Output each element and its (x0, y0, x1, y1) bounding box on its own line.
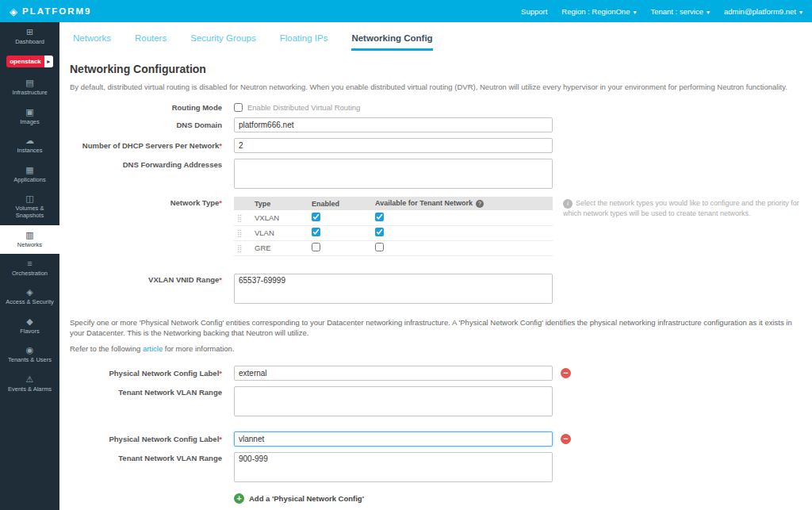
vxlan-range-textarea[interactable]: 65537-69999 (234, 274, 553, 304)
sidebar-item-access-security[interactable]: ◈ Access & Security (0, 282, 59, 311)
add-physical-config-label: Add a 'Physical Network Config' (249, 494, 364, 503)
network-type-label: Network Type* (70, 197, 234, 207)
gre-available-checkbox[interactable] (375, 243, 384, 251)
sidebar-item-label: Infrastructure (12, 89, 47, 96)
dns-forwarding-label: DNS Forwarding Addresses (70, 159, 234, 169)
sidebar-item-label: Images (20, 118, 40, 125)
sidebar-item-label: Tenants & Users (8, 356, 52, 363)
openstack-badge: openstack ▸ (6, 56, 53, 67)
user-label: admin@platform9.net (724, 7, 796, 16)
security-icon: ◈ (26, 287, 33, 297)
physical-config-2-range-textarea[interactable]: 900-999 (234, 452, 553, 482)
dns-domain-input[interactable] (234, 117, 553, 132)
sidebar-item-flavors[interactable]: ◆ Flavors (0, 312, 59, 340)
sidebar-item-images[interactable]: ▣ Images (0, 102, 59, 131)
physical-config-label: Physical Network Config Label* (70, 435, 234, 443)
add-physical-config-button[interactable]: + Add a 'Physical Network Config' (234, 493, 801, 504)
users-icon: ◉ (26, 345, 34, 355)
top-bar: ◈ PLATFORM9 Support Region : RegionOne▾ … (0, 0, 812, 22)
network-type-name: VXLAN (251, 210, 308, 225)
brand: ◈ PLATFORM9 (10, 6, 91, 17)
dvr-checkbox[interactable] (234, 103, 243, 112)
article-link[interactable]: article (143, 344, 163, 353)
dvr-checkbox-label: Enable Distributed Virtual Routing (247, 103, 360, 112)
sidebar-item-dashboard[interactable]: ⊞ Dashboard (0, 22, 59, 51)
network-type-row: Network Type* Type Enabled Available for… (70, 197, 801, 256)
sidebar-item-infrastructure[interactable]: ▤ Infrastructure (0, 73, 59, 102)
region-menu[interactable]: Region : RegionOne▾ (561, 7, 636, 16)
network-type-hint: iSelect the network types you would like… (563, 197, 801, 219)
main-content: Networks Routers Security Groups Floatin… (59, 22, 812, 510)
network-type-row-gre: ⣿ GRE (234, 240, 553, 255)
sidebar-item-instances[interactable]: ☁ Instances (0, 131, 59, 159)
drag-handle-icon[interactable]: ⣿ (237, 214, 243, 222)
physical-config-intro: Specify one or more 'Physical Network Co… (70, 317, 801, 339)
enabled-column-header: Enabled (308, 197, 372, 210)
tab-security-groups[interactable]: Security Groups (190, 33, 255, 51)
networking-config-form: Routing Mode Enable Distributed Virtual … (70, 103, 801, 510)
support-link[interactable]: Support (521, 7, 547, 16)
sidebar-item-label: Volumes & Snapshots (2, 205, 57, 220)
tenant-menu[interactable]: Tenant : service▾ (650, 7, 710, 16)
caret-down-icon: ▾ (707, 9, 710, 16)
tab-floating-ips[interactable]: Floating IPs (280, 33, 328, 51)
vlan-available-checkbox[interactable] (375, 228, 384, 236)
tenant-label: Tenant : service (650, 7, 703, 16)
sidebar-item-events-alarms[interactable]: ⚠ Events & Alarms (0, 370, 59, 398)
available-column-header: Available for Tenant Network? (372, 197, 553, 210)
gre-enabled-checkbox[interactable] (312, 243, 320, 251)
physical-config-label: Physical Network Config Label* (70, 369, 234, 378)
drag-handle-icon[interactable]: ⣿ (237, 229, 243, 237)
vxlan-available-checkbox[interactable] (375, 213, 384, 221)
tab-networking-config[interactable]: Networking Config (351, 33, 432, 51)
sidebar-item-orchestration[interactable]: ≡ Orchestration (0, 254, 59, 282)
remove-config-button[interactable]: − (561, 434, 571, 444)
required-mark: * (219, 435, 222, 443)
dhcp-servers-input[interactable] (234, 138, 553, 153)
question-mark-icon[interactable]: ? (476, 200, 484, 208)
sidebar-item-volumes-snapshots[interactable]: ◫ Volumes & Snapshots (0, 189, 59, 225)
handle-column-header (234, 197, 251, 210)
vxlan-enabled-checkbox[interactable] (312, 213, 320, 221)
sidebar-item-label: Dashboard (15, 38, 44, 45)
sidebar-item-networks[interactable]: ▥ Networks (0, 225, 59, 254)
orchestration-icon: ≡ (27, 259, 32, 268)
chevron-right-icon: ▸ (44, 56, 53, 67)
sidebar-item-label: Flavors (20, 328, 40, 335)
physical-config-1-input[interactable] (234, 366, 553, 381)
sidebar-item-applications[interactable]: ▦ Applications (0, 160, 59, 189)
alarms-icon: ⚠ (26, 374, 34, 384)
dashboard-icon: ⊞ (26, 27, 33, 36)
instances-icon: ☁ (25, 136, 34, 145)
network-type-name: VLAN (251, 225, 308, 240)
routing-mode-row: Routing Mode Enable Distributed Virtual … (70, 103, 801, 112)
remove-config-button[interactable]: − (561, 368, 571, 378)
sidebar-item-label: Networks (17, 241, 42, 248)
dhcp-servers-label: Number of DHCP Servers Per Network* (70, 141, 234, 150)
vxlan-range-label: VXLAN VNID Range* (70, 274, 234, 284)
sidebar-item-openstack[interactable]: openstack ▸ (0, 51, 59, 73)
user-menu[interactable]: admin@platform9.net▾ (724, 7, 802, 16)
dns-domain-row: DNS Domain (70, 117, 801, 132)
tab-networks[interactable]: Networks (73, 33, 111, 51)
drag-handle-icon[interactable]: ⣿ (237, 244, 243, 252)
network-type-row-vxlan: ⣿ VXLAN (234, 210, 553, 225)
sidebar-item-tenants-users[interactable]: ◉ Tenants & Users (0, 340, 59, 369)
dns-forwarding-row: DNS Forwarding Addresses (70, 159, 801, 189)
physical-config-refer: Refer to the following article for more … (70, 344, 801, 353)
vlan-enabled-checkbox[interactable] (312, 228, 320, 236)
openstack-label: openstack (6, 58, 44, 65)
physical-config-2-input[interactable] (234, 431, 553, 447)
required-mark: * (219, 198, 222, 207)
dns-forwarding-textarea[interactable] (234, 159, 553, 189)
platform9-logo-icon: ◈ (10, 6, 17, 17)
network-type-name: GRE (251, 240, 308, 255)
flavors-icon: ◆ (26, 316, 33, 326)
vxlan-range-row: VXLAN VNID Range* 65537-69999 (70, 274, 801, 304)
tab-routers[interactable]: Routers (135, 33, 167, 51)
network-type-row-vlan: ⣿ VLAN (234, 225, 553, 240)
physical-config-1-range-textarea[interactable] (234, 386, 553, 416)
dns-domain-label: DNS Domain (70, 121, 234, 129)
caret-down-icon: ▾ (633, 9, 636, 16)
region-label: Region : RegionOne (561, 7, 630, 16)
